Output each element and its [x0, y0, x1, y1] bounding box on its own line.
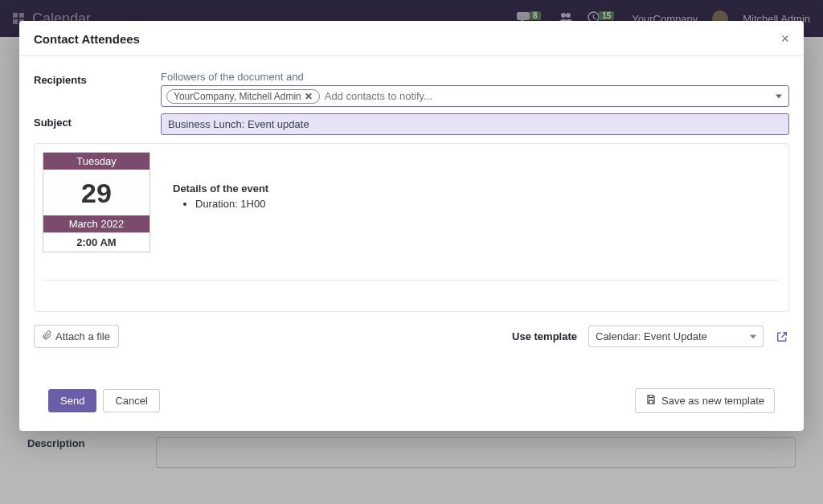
date-badge: Tuesday 29 March 2022 2:00 AM	[43, 152, 150, 252]
attach-file-label: Attach a file	[55, 330, 110, 342]
chevron-down-icon[interactable]	[776, 94, 782, 98]
modal-title: Contact Attendees	[34, 32, 140, 46]
use-template-label: Use template	[512, 330, 577, 342]
recipients-label: Recipients	[34, 71, 161, 86]
event-details: Details of the event Duration: 1H00	[173, 152, 268, 210]
followers-note: Followers of the document and	[161, 71, 789, 83]
template-select[interactable]: Calendar: Event Update	[588, 326, 764, 347]
subject-label: Subject	[34, 113, 161, 129]
recipients-text-input[interactable]	[325, 88, 784, 104]
external-link-icon[interactable]	[775, 330, 789, 344]
save-as-template-label: Save as new template	[661, 395, 764, 407]
date-month-year: March 2022	[43, 215, 149, 232]
contact-attendees-modal: Contact Attendees × Recipients Followers…	[19, 21, 804, 431]
modal-header: Contact Attendees ×	[19, 21, 804, 56]
template-selected: Calendar: Event Update	[596, 330, 707, 342]
recipients-input[interactable]: YourCompany, Mitchell Admin ✕	[161, 85, 789, 107]
send-button[interactable]: Send	[48, 389, 96, 412]
recipient-tag[interactable]: YourCompany, Mitchell Admin ✕	[166, 89, 320, 104]
recipient-tag-label: YourCompany, Mitchell Admin	[174, 91, 301, 102]
date-dow: Tuesday	[43, 153, 149, 170]
save-as-template-button[interactable]: Save as new template	[635, 388, 775, 413]
date-time: 2:00 AM	[43, 232, 149, 252]
date-day: 29	[43, 170, 149, 215]
event-body: Tuesday 29 March 2022 2:00 AM Details of…	[34, 143, 789, 312]
event-duration: Duration: 1H00	[195, 198, 268, 210]
save-icon	[645, 394, 657, 408]
subject-input[interactable]	[161, 113, 789, 135]
cancel-button[interactable]: Cancel	[103, 389, 159, 412]
modal-overlay: Contact Attendees × Recipients Followers…	[0, 0, 823, 504]
close-button[interactable]: ×	[780, 31, 789, 47]
attach-file-button[interactable]: Attach a file	[34, 325, 119, 348]
paperclip-icon	[43, 330, 52, 342]
remove-tag-icon[interactable]: ✕	[305, 91, 313, 102]
event-details-title: Details of the event	[173, 182, 268, 195]
